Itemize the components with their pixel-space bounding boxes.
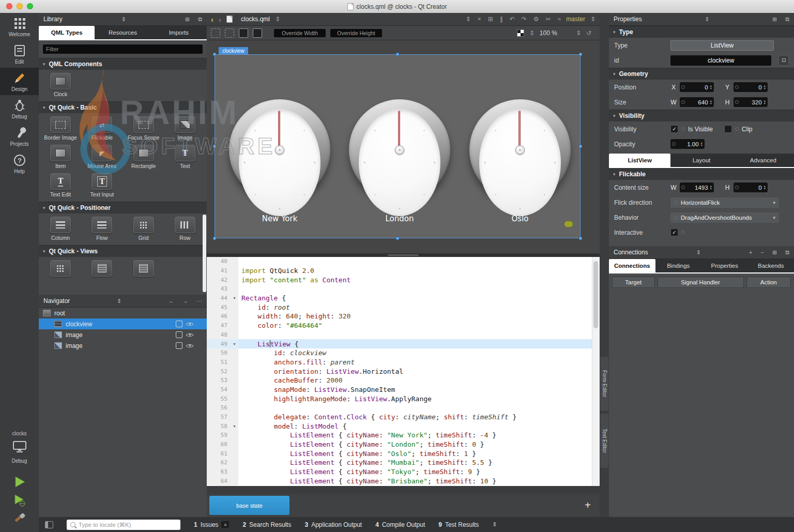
split-panel-icon[interactable]: ⊞: [772, 16, 777, 23]
library-item-rectangle[interactable]: Rectangle: [123, 145, 164, 169]
is-visible-checkbox[interactable]: ✓: [670, 125, 678, 133]
library-filter-input[interactable]: Filter: [43, 44, 203, 54]
state-base-state[interactable]: base state: [209, 496, 289, 515]
navigator-item-image[interactable]: image: [39, 329, 207, 340]
run-button[interactable]: [13, 475, 26, 490]
move-left-icon[interactable]: ←: [169, 298, 174, 305]
library-item-row[interactable]: Row: [164, 217, 206, 241]
library-item-flow[interactable]: Flow: [81, 217, 123, 241]
effects-icon[interactable]: ≈: [558, 16, 561, 23]
locator-input[interactable]: Type to locate (⌘K): [67, 520, 180, 530]
connections-tab-bindings[interactable]: Bindings: [655, 259, 702, 272]
library-tab-imports[interactable]: Imports: [151, 26, 207, 39]
mode-projects[interactable]: Projects: [0, 123, 39, 150]
mode-welcome[interactable]: Welcome: [0, 13, 39, 40]
close-window-button[interactable]: [6, 3, 12, 9]
flick-direction-dropdown[interactable]: HorizontalFlick▾: [670, 197, 779, 208]
form-editor-tab[interactable]: Form Editor: [600, 357, 608, 411]
cut-icon[interactable]: ✂: [546, 16, 551, 23]
connections-tab-connections[interactable]: Connections: [609, 259, 655, 272]
snap-tool-icon[interactable]: [253, 28, 262, 38]
add-state-button[interactable]: +: [585, 499, 597, 511]
selection-handle[interactable]: [579, 53, 582, 56]
zoom-level[interactable]: 100 %: [540, 29, 557, 37]
properties-tab-listview[interactable]: ListView: [609, 154, 670, 167]
mode-edit[interactable]: Edit: [0, 40, 39, 68]
library-tab-qml-types[interactable]: QML Types: [39, 26, 95, 39]
properties-tab-layout[interactable]: Layout: [670, 154, 732, 167]
library-item-path-view[interactable]: [123, 260, 164, 277]
connections-column-target[interactable]: Target: [612, 277, 655, 288]
output-tab-issues[interactable]: 1Issues≡: [194, 521, 229, 528]
library-section-qml-components[interactable]: ▾QML Components: [39, 58, 207, 70]
split-panel-icon[interactable]: ⊞: [185, 16, 190, 23]
clip-checkbox[interactable]: [724, 125, 732, 133]
id-field[interactable]: clockview: [670, 55, 771, 66]
connections-tab-backends[interactable]: Backends: [748, 259, 794, 272]
selection-tool-icon[interactable]: [211, 28, 220, 38]
w-spinbox[interactable]: 640▲▼: [680, 97, 714, 107]
updown-icon[interactable]: ⇕: [705, 16, 709, 23]
output-tab-search-results[interactable]: 2Search Results: [242, 521, 291, 528]
navigator-item-root[interactable]: root: [39, 308, 207, 318]
visibility-eye-icon[interactable]: [186, 343, 193, 349]
library-section-qt-quick-basic[interactable]: ▾Qt Quick - Basic: [39, 101, 207, 113]
back-icon[interactable]: ‹: [211, 15, 213, 24]
library-tab-resources[interactable]: Resources: [95, 26, 150, 39]
x-spinbox[interactable]: 0▲▼: [680, 82, 714, 92]
library-item-image[interactable]: Image: [164, 116, 206, 141]
library-item-flickable[interactable]: Flickable: [81, 116, 123, 141]
move-right-icon[interactable]: →: [182, 298, 188, 305]
library-scrollbar[interactable]: [203, 215, 206, 292]
library-item-list-view[interactable]: [81, 260, 123, 277]
library-item-text-input[interactable]: Text Input: [81, 173, 123, 197]
minimize-window-button[interactable]: [17, 3, 23, 9]
output-tab-compile-output[interactable]: 4Compile Output: [375, 521, 425, 528]
library-item-item[interactable]: Item: [40, 145, 81, 169]
content-h-spinbox[interactable]: 0▲▼: [734, 183, 768, 192]
selection-handle[interactable]: [579, 237, 582, 240]
close-icon[interactable]: ×: [478, 16, 481, 23]
updown-icon[interactable]: ⇕: [696, 249, 701, 256]
content-w-spinbox[interactable]: 1493▲▼: [680, 183, 714, 192]
h-spinbox[interactable]: 320▲▼: [734, 97, 768, 107]
library-item-border-image[interactable]: Border Image: [40, 116, 81, 141]
mode-help[interactable]: ?Help: [0, 150, 39, 177]
open-file-name[interactable]: clocks.qml: [241, 16, 270, 23]
code-hscrollbar[interactable]: [207, 486, 600, 494]
opacity-spinbox[interactable]: 1.00▲▼: [670, 139, 705, 149]
updown-icon[interactable]: ⇕: [275, 16, 280, 23]
override-height-field[interactable]: Override Height: [330, 29, 382, 37]
library-section-qt-quick-views[interactable]: ▾Qt Quick - Views: [39, 245, 207, 257]
library-item-clock[interactable]: Clock: [40, 73, 81, 97]
library-item-text-edit[interactable]: Text Edit: [40, 173, 81, 197]
section-type[interactable]: ▾Type: [609, 26, 794, 38]
editor-splitter[interactable]: [207, 253, 600, 257]
form-editor-canvas[interactable]: clockview New YorkLondonOslo: [207, 40, 600, 253]
sidebar-toggle-icon[interactable]: [45, 521, 53, 528]
visibility-eye-icon[interactable]: [186, 321, 193, 327]
export-checkbox[interactable]: [176, 321, 182, 327]
float-panel-icon[interactable]: ⧉: [785, 16, 789, 23]
selection-handle[interactable]: [396, 237, 399, 240]
redo-icon[interactable]: ↷: [522, 16, 527, 23]
crosshair-icon[interactable]: ⊞: [488, 16, 493, 23]
visibility-eye-icon[interactable]: [186, 332, 193, 338]
updown-icon[interactable]: ⇕: [590, 16, 596, 23]
library-item-grid-view[interactable]: [40, 260, 81, 277]
export-checkbox[interactable]: [176, 342, 182, 349]
items-tool-icon[interactable]: [239, 28, 248, 38]
zoom-window-button[interactable]: [27, 3, 33, 9]
output-pane-arrows-icon[interactable]: ⇕: [492, 521, 497, 528]
section-visibility[interactable]: ▾Visibility: [609, 110, 794, 121]
canvas-background-icon[interactable]: [517, 29, 524, 37]
issues-filter-badge[interactable]: ≡: [221, 521, 229, 528]
library-item-column[interactable]: Column: [40, 217, 81, 241]
selected-listview-item[interactable]: New YorkLondonOslo: [215, 54, 581, 238]
updown-icon[interactable]: ⇕: [576, 29, 581, 37]
run-debug-button[interactable]: [13, 494, 26, 508]
connections-tab-properties[interactable]: Properties: [701, 259, 748, 272]
type-field[interactable]: ListView: [670, 40, 774, 51]
marquee-tool-icon[interactable]: [225, 28, 234, 38]
build-button[interactable]: [13, 512, 26, 527]
